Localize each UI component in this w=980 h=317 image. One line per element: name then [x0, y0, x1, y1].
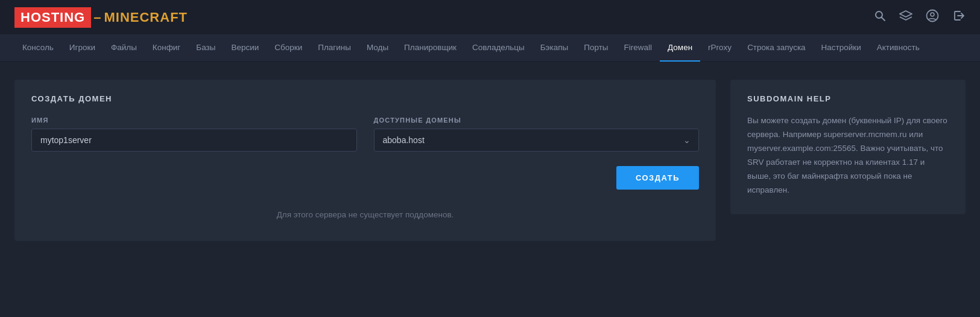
nav-item-совладельцы[interactable]: Совладельцы [464, 35, 533, 62]
logo-dash: – [91, 10, 104, 25]
nav-item-бэкапы[interactable]: Бэкапы [533, 35, 576, 62]
header: HOSTING – MINECRAFT [0, 0, 980, 35]
create-domain-panel: СОЗДАТЬ ДОМЕН ИМЯ ДОСТУПНЫЕ ДОМЕНЫ aboba… [14, 80, 716, 241]
nav-item-планировщик[interactable]: Планировщик [396, 35, 464, 62]
domains-label: ДОСТУПНЫЕ ДОМЕНЫ [374, 117, 700, 124]
nav-item-файлы[interactable]: Файлы [103, 35, 145, 62]
main-content: СОЗДАТЬ ДОМЕН ИМЯ ДОСТУПНЫЕ ДОМЕНЫ aboba… [0, 62, 980, 253]
nav-item-плагины[interactable]: Плагины [310, 35, 359, 62]
name-input[interactable] [31, 129, 357, 152]
search-icon[interactable] [874, 10, 886, 25]
nav-item-базы[interactable]: Базы [188, 35, 223, 62]
nav-item-порты[interactable]: Порты [576, 35, 616, 62]
help-title: SUBDOMAIN HELP [747, 94, 949, 103]
domains-select[interactable]: aboba.host [374, 129, 700, 152]
logo-hosting: HOSTING [14, 7, 91, 28]
name-group: ИМЯ [31, 117, 357, 152]
nav-item-настройки[interactable]: Настройки [814, 35, 869, 62]
nav-item-rproxy[interactable]: rProxy [700, 35, 739, 62]
svg-point-4 [931, 13, 934, 16]
nav-item-активность[interactable]: Активность [869, 35, 928, 62]
layers-icon[interactable] [899, 10, 912, 25]
nav-item-домен[interactable]: Домен [660, 35, 700, 62]
help-text: Вы можете создать домен (буквенный IP) д… [747, 114, 949, 197]
subdomain-help-panel: SUBDOMAIN HELP Вы можете создать домен (… [730, 80, 966, 214]
nav: КонсольИгрокиФайлыКонфигБазыВерсииСборки… [0, 35, 980, 62]
nav-item-версии[interactable]: Версии [223, 35, 267, 62]
domains-group: ДОСТУПНЫЕ ДОМЕНЫ aboba.host ⌄ [374, 117, 700, 152]
svg-marker-2 [900, 11, 912, 17]
svg-line-1 [882, 18, 885, 21]
name-label: ИМЯ [31, 117, 357, 124]
user-icon[interactable] [926, 9, 939, 25]
nav-item-консоль[interactable]: Консоль [14, 35, 62, 62]
nav-item-firewall[interactable]: Firewall [616, 35, 660, 62]
domains-select-wrapper: aboba.host ⌄ [374, 129, 700, 152]
nav-item-моды[interactable]: Моды [359, 35, 396, 62]
logo: HOSTING – MINECRAFT [14, 7, 188, 28]
form-row: ИМЯ ДОСТУПНЫЕ ДОМЕНЫ aboba.host ⌄ [31, 117, 699, 152]
nav-item-строка-запуска[interactable]: Строка запуска [739, 35, 813, 62]
form-actions: СОЗДАТЬ [31, 166, 699, 190]
no-subdomains-text: Для этого сервера не существует поддомен… [31, 204, 699, 223]
nav-item-игроки[interactable]: Игроки [62, 35, 103, 62]
header-icons [874, 9, 966, 25]
nav-item-конфиг[interactable]: Конфиг [145, 35, 188, 62]
logo-minecraft: MINECRAFT [104, 10, 188, 25]
create-domain-title: СОЗДАТЬ ДОМЕН [31, 94, 699, 103]
logout-icon[interactable] [952, 9, 966, 25]
nav-item-сборки[interactable]: Сборки [267, 35, 310, 62]
create-button[interactable]: СОЗДАТЬ [616, 166, 699, 190]
